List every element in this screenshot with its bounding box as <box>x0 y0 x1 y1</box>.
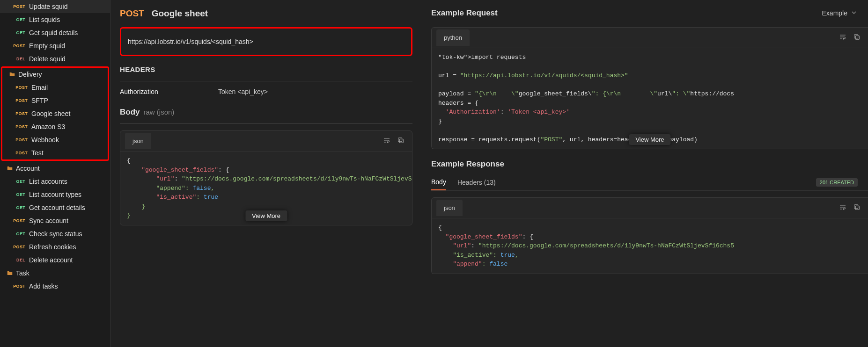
sidebar-item-delete-account[interactable]: DELDelete account <box>0 253 110 267</box>
copy-icon[interactable] <box>853 203 861 213</box>
sidebar-item-label: Empty squid <box>29 42 65 50</box>
sidebar-item-get-account-details[interactable]: GETGet account details <box>0 201 110 214</box>
sidebar-item-label: Email <box>31 84 48 91</box>
sidebar: POSTUpdate squid GETList squids GETGet s… <box>0 0 110 347</box>
headers-title: HEADERS <box>120 65 412 73</box>
sidebar-item-update-squid[interactable]: POSTUpdate squid <box>0 0 110 13</box>
svg-rect-1 <box>398 137 402 141</box>
svg-rect-5 <box>854 204 858 208</box>
main: POST Google sheet https://api.lobstr.io/… <box>110 0 868 347</box>
sidebar-item-add-tasks[interactable]: POSTAdd tasks <box>0 280 110 293</box>
status-badge: 201 CREATED <box>816 178 858 187</box>
dropdown-label: Example <box>822 9 847 17</box>
sidebar-folder-account[interactable]: Account <box>0 162 110 175</box>
wrap-icon[interactable] <box>383 137 390 146</box>
code-lang-tab[interactable]: json <box>125 133 151 149</box>
sidebar-folder-task[interactable]: Task <box>0 267 110 280</box>
sidebar-item-label: Add tasks <box>29 282 58 290</box>
chevron-down-icon <box>850 9 858 18</box>
wrap-icon[interactable] <box>839 33 846 43</box>
sidebar-item-sync-account[interactable]: POSTSync account <box>0 214 110 227</box>
example-response-code: { "google_sheet_fields": { "url": "https… <box>432 218 868 274</box>
highlight-box-delivery: Delivery POSTEmail POSTSFTP POSTGoogle s… <box>1 66 109 161</box>
example-request-header: Example Request Example <box>431 8 868 18</box>
request-url[interactable]: https://api.lobstr.io/v1/squids/<squid_h… <box>120 27 412 56</box>
copy-icon[interactable] <box>397 137 405 146</box>
request-pane: POST Google sheet https://api.lobstr.io/… <box>110 0 422 347</box>
folder-icon <box>9 71 15 78</box>
sidebar-item-email[interactable]: POSTEmail <box>2 81 108 94</box>
svg-rect-3 <box>854 34 858 38</box>
sidebar-item-amazon-s3[interactable]: POSTAmazon S3 <box>2 120 108 133</box>
folder-label: Account <box>16 165 40 172</box>
svg-rect-2 <box>855 36 859 39</box>
example-response-code-block: json { "google_sheet_fields": { "url": "… <box>431 197 868 274</box>
code-header: json <box>432 198 868 218</box>
sidebar-item-label: Get account details <box>29 204 85 211</box>
sidebar-item-get-squid-details[interactable]: GETGet squid details <box>0 26 110 39</box>
body-label: Body <box>120 108 140 117</box>
sidebar-item-list-accounts[interactable]: GETList accounts <box>0 175 110 188</box>
request-name: Google sheet <box>152 8 208 19</box>
header-value: Token <api_key> <box>218 88 268 95</box>
svg-rect-4 <box>855 206 859 210</box>
sidebar-item-label: Sync account <box>29 217 68 224</box>
sidebar-item-label: SFTP <box>31 97 48 104</box>
sidebar-item-label: Check sync status <box>29 230 82 238</box>
code-lang-tab[interactable]: json <box>436 200 463 216</box>
view-more-button[interactable]: View More <box>245 210 287 221</box>
code-lang-tab[interactable]: python <box>436 29 470 46</box>
response-tabs: Body Headers (13) 201 CREATED <box>431 174 868 191</box>
sidebar-item-label: Google sheet <box>31 110 70 117</box>
example-request-title: Example Request <box>431 8 498 18</box>
sidebar-item-label: Amazon S3 <box>31 123 65 130</box>
view-more-button[interactable]: View More <box>629 134 670 145</box>
wrap-icon[interactable] <box>839 203 846 213</box>
sidebar-item-google-sheet[interactable]: POSTGoogle sheet <box>2 107 108 120</box>
sidebar-item-label: Update squid <box>29 3 68 10</box>
example-response-title: Example Response <box>431 159 868 169</box>
sidebar-item-check-sync-status[interactable]: GETCheck sync status <box>0 227 110 240</box>
sidebar-folder-delivery[interactable]: Delivery <box>2 68 108 81</box>
sidebar-item-label: Delete account <box>29 256 73 264</box>
sidebar-item-refresh-cookies[interactable]: POSTRefresh cookies <box>0 240 110 253</box>
sidebar-item-list-squids[interactable]: GETList squids <box>0 13 110 26</box>
sidebar-item-empty-squid[interactable]: POSTEmpty squid <box>0 39 110 52</box>
sidebar-item-list-account-types[interactable]: GETList account types <box>0 188 110 201</box>
divider <box>120 81 412 81</box>
header-key: Authorization <box>120 88 218 95</box>
example-request-code: "tok-kw">import requests url = "https://… <box>432 48 868 149</box>
copy-icon[interactable] <box>853 33 861 43</box>
sidebar-item-label: List squids <box>29 16 60 23</box>
example-request-code-block: python "tok-kw">import requests url = "h… <box>431 27 868 149</box>
code-header: json <box>120 131 412 152</box>
folder-label: Delivery <box>18 71 42 78</box>
example-dropdown[interactable]: Example <box>822 9 858 18</box>
header-row-authorization: Authorization Token <api_key> <box>120 88 412 95</box>
body-hint: raw (json) <box>144 108 175 116</box>
sidebar-item-label: Webhook <box>31 136 59 144</box>
sidebar-item-label: Get squid details <box>29 29 78 36</box>
tab-body[interactable]: Body <box>431 174 446 190</box>
folder-icon <box>7 165 13 172</box>
url-text: https://api.lobstr.io/v1/squids/<squid_h… <box>128 38 253 45</box>
sidebar-item-test[interactable]: POSTTest <box>2 146 108 159</box>
request-title: POST Google sheet <box>120 8 412 19</box>
folder-icon <box>7 270 13 276</box>
folder-label: Task <box>16 269 29 277</box>
tab-headers[interactable]: Headers (13) <box>457 175 496 190</box>
body-code-block: json { "google_sheet_fields": { "url": "… <box>120 130 412 225</box>
request-method: POST <box>120 8 144 19</box>
example-pane: Example Request Example python "tok-kw">… <box>422 0 868 347</box>
sidebar-item-label: List accounts <box>29 178 67 185</box>
body-title-row: Body raw (json) <box>120 108 412 117</box>
code-header: python <box>432 28 868 48</box>
sidebar-item-label: Refresh cookies <box>29 243 76 251</box>
sidebar-group-squid: POSTUpdate squid GETList squids GETGet s… <box>0 0 110 65</box>
sidebar-item-label: Test <box>31 149 44 157</box>
sidebar-item-delete-squid[interactable]: DELDelete squid <box>0 52 110 65</box>
sidebar-item-label: List account types <box>29 191 81 198</box>
sidebar-item-webhook[interactable]: POSTWebhook <box>2 133 108 146</box>
sidebar-item-label: Delete squid <box>29 55 66 63</box>
sidebar-item-sftp[interactable]: POSTSFTP <box>2 94 108 107</box>
